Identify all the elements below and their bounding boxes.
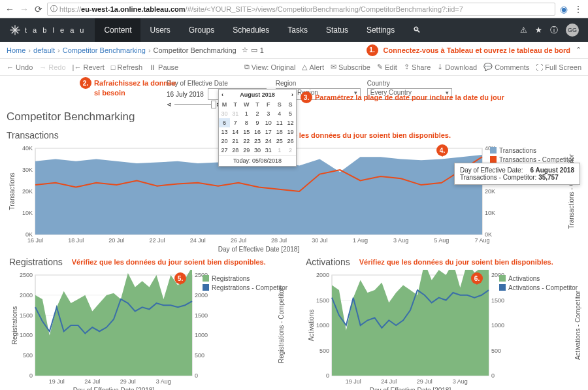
activations-title: Activations [306, 257, 350, 267]
comments-button[interactable]: 💬 Comments [483, 63, 529, 71]
svg-text:Day of Effective Date [2018]: Day of Effective Date [2018] [73, 387, 155, 390]
alert-button[interactable]: △ Alert [302, 63, 324, 71]
cal-next-icon[interactable]: › [291, 91, 293, 98]
activations-chart[interactable]: 0050050010001000150015002000200019 Jul24… [306, 270, 587, 390]
download-button[interactable]: ⤓ Download [437, 63, 477, 71]
svg-text:5 Aug: 5 Aug [434, 237, 449, 244]
annotation-check-3: Vérifiez que les données du jour soient … [359, 258, 553, 266]
svg-text:24 Jul: 24 Jul [84, 378, 100, 385]
svg-text:10K: 10K [485, 210, 495, 216]
registrations-title: Registrations [9, 257, 63, 267]
menu-icon[interactable]: ⋮ [572, 3, 584, 15]
nav-groups[interactable]: Groups [180, 18, 223, 42]
tableau-logo[interactable]: t a b l e a u [0, 24, 95, 36]
svg-text:1000: 1000 [195, 332, 208, 338]
svg-text:1000: 1000 [491, 322, 504, 329]
back-icon[interactable]: ← [4, 3, 16, 15]
transactions-title: Transactions [7, 130, 59, 140]
crumb-view: Competitor Benchmarking [154, 46, 237, 54]
svg-text:500: 500 [319, 348, 329, 354]
crumb-default[interactable]: default [33, 46, 55, 54]
chevron-up-icon[interactable]: ⌃ [576, 46, 581, 54]
annotation-2: 2.Rafraichissez la donnée si besoin [80, 77, 176, 97]
annotation-1: Connectez-vous à Tableau et ouvrez le ta… [384, 46, 570, 54]
svg-text:Transactions: Transactions [499, 147, 536, 154]
breadcrumb: Home› default› Competitor Benchmarking› … [0, 42, 588, 59]
svg-text:26 Jul: 26 Jul [231, 237, 246, 244]
main-nav: Content Users Groups Schedules Tasks Sta… [95, 18, 430, 42]
forward-icon[interactable]: → [18, 3, 30, 15]
nav-settings[interactable]: Settings [357, 18, 404, 42]
svg-text:Transactions: Transactions [8, 173, 16, 210]
svg-text:30K: 30K [22, 167, 33, 173]
svg-text:Day of Effective Date [2018]: Day of Effective Date [2018] [218, 246, 300, 253]
svg-text:0: 0 [195, 372, 198, 379]
crumb-home[interactable]: Home [7, 46, 25, 54]
subscribe-button[interactable]: ✉ Subscribe [331, 63, 370, 71]
app-header: t a b l e a u Content Users Groups Sched… [0, 18, 588, 42]
annotation-marker-1: 1. [367, 44, 378, 56]
cal-prev-icon[interactable]: ‹ [221, 91, 223, 98]
svg-text:1 Aug: 1 Aug [353, 237, 368, 244]
svg-text:29 Jul: 29 Jul [120, 378, 136, 385]
nav-content[interactable]: Content [95, 18, 140, 42]
share-button[interactable]: ⇪ Share [404, 63, 431, 71]
svg-text:1500: 1500 [491, 297, 504, 304]
nav-status[interactable]: Status [317, 18, 357, 42]
alert-icon[interactable]: ⚠ [520, 25, 527, 35]
svg-text:Activations: Activations [508, 275, 540, 282]
info-icon[interactable]: ⓘ [550, 25, 558, 36]
svg-text:24 Jul: 24 Jul [190, 237, 206, 244]
redo-button[interactable]: → Redo [39, 63, 65, 71]
nav-tasks[interactable]: Tasks [278, 18, 317, 42]
url-bar[interactable]: ⓘ https:// eu-west-1a.online.tableau.com… [47, 3, 555, 16]
svg-text:Activations: Activations [308, 310, 315, 341]
svg-text:29 Jul: 29 Jul [417, 378, 433, 385]
bookmark-icon[interactable]: ◉ [558, 3, 570, 15]
svg-text:0: 0 [29, 372, 33, 379]
nav-schedules[interactable]: Schedules [223, 18, 278, 42]
fav-icon[interactable]: ☆ [242, 46, 248, 54]
nav-search-icon[interactable]: 🔍︎ [404, 18, 430, 42]
activations-block: Activations Vérifiez que les données du … [299, 254, 588, 390]
nav-users[interactable]: Users [140, 18, 179, 42]
reload-icon[interactable]: ⟳ [33, 3, 44, 15]
svg-text:20K: 20K [485, 188, 495, 195]
star-icon[interactable]: ★ [535, 25, 542, 35]
revert-button[interactable]: |← Revert [73, 63, 105, 71]
annotation-marker-5: 5. [174, 272, 188, 285]
svg-rect-94 [499, 284, 506, 291]
svg-text:3 Aug: 3 Aug [156, 378, 171, 385]
calendar-popup[interactable]: ‹August 2018› MTWTFSS3031123456789101112… [218, 89, 297, 167]
svg-text:40K: 40K [22, 145, 33, 152]
annotation-marker-6: 6. [471, 272, 484, 285]
crumb-workbook[interactable]: Competitor Benchmarking [63, 46, 146, 54]
view-button[interactable]: ⧉ View: Original [244, 63, 296, 71]
svg-text:1000: 1000 [20, 332, 33, 338]
refresh-button[interactable]: □ Refresh [111, 63, 142, 71]
edit-button[interactable]: ✎ Edit [377, 63, 397, 71]
svg-text:3 Aug: 3 Aug [453, 378, 468, 385]
registrations-chart[interactable]: 0050050010001000150015002000200025002500… [9, 270, 290, 390]
avatar[interactable]: GG [566, 24, 579, 37]
fullscreen-button[interactable]: ⛶ Full Screen [536, 63, 581, 71]
registrations-block: Registrations Vérifiez que les données d… [3, 254, 297, 390]
svg-text:0: 0 [326, 372, 329, 379]
svg-text:2500: 2500 [20, 272, 33, 278]
undo-button[interactable]: ← Undo [7, 63, 33, 71]
svg-text:Activations - Competitor: Activations - Competitor [508, 284, 578, 291]
svg-text:0: 0 [491, 372, 495, 379]
cal-today[interactable]: Today: 05/08/2018 [219, 155, 296, 166]
svg-text:3 Aug: 3 Aug [393, 237, 408, 244]
annotation-3: 3.Paramétrez la plage de date pour inclu… [301, 91, 504, 103]
svg-text:18 Jul: 18 Jul [68, 237, 84, 244]
svg-text:1500: 1500 [20, 312, 33, 319]
svg-text:2000: 2000 [20, 292, 33, 299]
svg-rect-37 [490, 156, 497, 163]
svg-text:Registrations - Competitor: Registrations - Competitor [212, 284, 288, 291]
svg-text:24 Jul: 24 Jul [381, 378, 397, 385]
pause-button[interactable]: ⏸ Pause [149, 63, 178, 71]
svg-text:16 Jul: 16 Jul [27, 237, 43, 244]
svg-text:1500: 1500 [316, 297, 329, 304]
svg-text:20K: 20K [22, 188, 33, 195]
